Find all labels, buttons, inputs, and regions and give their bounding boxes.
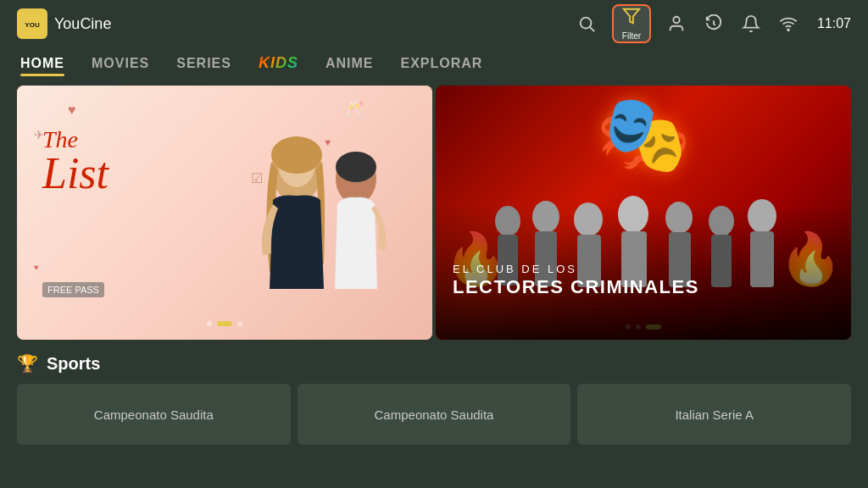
slide-dots-left [207, 321, 242, 326]
hero-card-left[interactable]: ♥ ♥ ♥ 🥂 ✈ ☑ The List FREE PASS [17, 86, 432, 340]
hero-card-right[interactable]: 🎭 🔥 🔥 [436, 86, 851, 340]
club-title-main: LECTORES CRIMINALES [453, 276, 699, 297]
section-header: 🏆 Sports [17, 353, 851, 374]
svg-point-24 [748, 199, 776, 233]
svg-point-12 [495, 206, 520, 236]
svg-point-11 [336, 152, 376, 182]
svg-point-22 [709, 206, 734, 236]
svg-point-14 [532, 201, 559, 233]
time-display: 11:07 [817, 16, 851, 31]
nav-item-explorar[interactable]: EXPLORAR [401, 56, 483, 75]
svg-point-5 [673, 17, 679, 23]
club-title: EL CLUB DE LOS LECTORES CRIMINALES [453, 263, 834, 297]
nav-item-kids[interactable]: KIDS [259, 54, 298, 75]
mask-character: 🎭 [596, 90, 691, 179]
logo-area: YOU YouCine [17, 8, 575, 39]
wifi-icon [776, 12, 800, 36]
svg-point-2 [581, 18, 592, 29]
sport-card-label-1: Campeonato Saudita [375, 408, 494, 422]
svg-line-3 [590, 27, 594, 31]
header-icons: Filter [575, 4, 851, 43]
svg-point-16 [574, 202, 603, 236]
deco-glass: 🥂 [343, 98, 364, 119]
dot-1 [207, 321, 212, 326]
sport-card-label-2: Italian Serie A [675, 408, 754, 422]
sport-card-0[interactable]: Campeonato Saudita [17, 384, 291, 445]
nav-item-anime[interactable]: ANIME [326, 56, 374, 75]
svg-point-20 [665, 202, 693, 234]
svg-text:YOU: YOU [25, 21, 40, 29]
trophy-icon: 🏆 [17, 353, 38, 374]
nav-item-series[interactable]: SERIES [176, 56, 231, 75]
app-title: YouCine [54, 15, 111, 33]
club-title-prefix: EL CLUB DE LOS [453, 263, 577, 275]
logo-icon: YOU [17, 8, 47, 39]
couple-silhouette [178, 119, 432, 340]
free-pass-badge: FREE PASS [42, 282, 104, 297]
bell-icon[interactable] [739, 12, 763, 36]
search-icon[interactable] [575, 12, 598, 36]
sports-section: 🏆 Sports Campeonato Saudita Campeonato S… [0, 340, 868, 452]
svg-point-6 [787, 29, 789, 30]
hero-title-thelist: The List [42, 128, 108, 196]
history-icon[interactable] [702, 12, 726, 36]
profile-icon[interactable] [665, 12, 688, 36]
svg-point-18 [618, 196, 648, 233]
sport-card-1[interactable]: Campeonato Saudita [298, 384, 571, 445]
svg-point-9 [271, 136, 322, 174]
dot-2 [217, 321, 232, 326]
hero-title-list: List [42, 149, 108, 197]
deco-heart-1: ♥ [68, 103, 76, 118]
hero-title-the: The [42, 128, 108, 152]
sports-title: Sports [47, 354, 100, 374]
filter-button[interactable]: Filter [612, 4, 651, 43]
deco-heart-3: ♥ [34, 263, 39, 272]
sports-cards: Campeonato Saudita Campeonato Saudita It… [17, 384, 851, 445]
nav-bar: HOME MOVIES SERIES KIDS ANIME EXPLORAR [0, 47, 868, 86]
dot-3 [237, 321, 242, 326]
header: YOU YouCine Filter [0, 0, 868, 47]
filter-label: Filter [622, 31, 641, 41]
svg-marker-4 [624, 9, 639, 24]
filter-icon [622, 7, 641, 30]
sport-card-2[interactable]: Italian Serie A [577, 384, 851, 445]
nav-item-home[interactable]: HOME [20, 56, 64, 75]
hero-section: ♥ ♥ ♥ 🥂 ✈ ☑ The List FREE PASS [0, 86, 868, 340]
sport-card-label-0: Campeonato Saudita [94, 408, 214, 422]
nav-item-movies[interactable]: MOVIES [92, 56, 149, 75]
